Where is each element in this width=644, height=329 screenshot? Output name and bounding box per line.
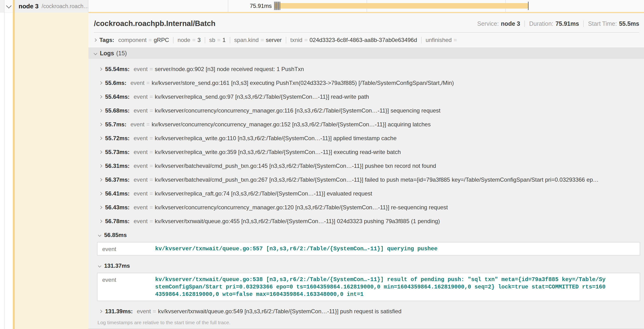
- chevron-right-icon: [99, 220, 102, 223]
- equals-sign: =: [150, 204, 153, 211]
- equals-sign: =: [148, 37, 152, 44]
- chevron-right-icon: [99, 178, 102, 182]
- tag-divider: [421, 37, 422, 44]
- log-row[interactable]: 56.41ms:event=kv/kvserver/replica_raft.g…: [97, 187, 640, 200]
- equals-sign: =: [150, 190, 153, 197]
- log-event-tick-end: [528, 2, 529, 10]
- equals-sign: =: [153, 308, 156, 315]
- chevron-down-icon: [98, 234, 101, 237]
- log-timestamp: 55.73ms:: [105, 149, 130, 156]
- log-row[interactable]: 56.31ms:event=kv/kvserver/batcheval/cmd_…: [97, 159, 640, 173]
- log-timestamp: 55.68ms:: [105, 107, 130, 114]
- equals-sign: =: [150, 149, 153, 156]
- log-key: event: [134, 149, 148, 156]
- equals-sign: =: [150, 94, 153, 100]
- log-row[interactable]: 55.7ms:event=kv/kvserver/concurrency/con…: [97, 118, 640, 131]
- log-row[interactable]: 55.6ms:event=kv/kvserver/store_send.go:1…: [97, 76, 640, 90]
- log-value-monospace: kv/kvserver/txnwait/queue.go:538 [n3,s3,…: [155, 276, 606, 298]
- log-value: kv/kvserver/replica_write.go:110 [n3,s3,…: [155, 135, 396, 142]
- chevron-down-icon: [98, 264, 101, 268]
- tags-accordion[interactable]: Tags: component=gRPCnode=3sb=1span.kind=…: [88, 33, 644, 48]
- log-row[interactable]: 55.64ms:event=kv/kvserver/replica_send.g…: [97, 90, 640, 104]
- logs-count: (15): [116, 50, 127, 57]
- log-value: kv/kvserver/concurrency/concurrency_mana…: [155, 204, 448, 211]
- selected-span-row-highlight: [15, 13, 88, 329]
- tag-divider: [286, 37, 286, 44]
- tag-item: sb=1: [209, 37, 226, 44]
- meta-divider: [583, 20, 584, 27]
- span-color-stripe: [13, 0, 15, 329]
- log-key: event: [134, 218, 148, 224]
- log-row[interactable]: 56.37ms:event=kv/kvserver/batcheval/cmd_…: [97, 173, 640, 187]
- tag-item: component=gRPC: [118, 37, 169, 44]
- chevron-right-icon: [94, 38, 97, 42]
- equals-sign: =: [260, 37, 264, 44]
- log-row[interactable]: 56.43ms:event=kv/kvserver/concurrency/co…: [97, 200, 640, 214]
- logs-accordion-header[interactable]: Logs (15): [88, 48, 644, 59]
- log-key: event: [130, 121, 144, 128]
- log-row[interactable]: 55.68ms:event=kv/kvserver/concurrency/co…: [97, 104, 640, 118]
- tag-key: node: [178, 37, 190, 44]
- chevron-down-icon: [6, 3, 12, 8]
- log-row[interactable]: 55.54ms:event=server/node.go:902 [n3] no…: [97, 62, 640, 76]
- log-timestamp: 56.37ms:: [105, 176, 130, 183]
- span-detail-header: /cockroach.roachpb.Internal/Batch Servic…: [88, 13, 644, 32]
- meta-label: Start Time:: [588, 20, 617, 27]
- collapse-all-button[interactable]: [4, 0, 13, 13]
- log-timestamp: 55.64ms:: [105, 94, 130, 100]
- tag-item: node=3: [178, 37, 201, 44]
- chevron-down-icon: [94, 51, 98, 55]
- equals-sign: =: [454, 37, 457, 44]
- meta-divider: [524, 20, 525, 27]
- log-entry-expanded-header[interactable]: 56.85ms: [97, 228, 640, 242]
- log-key: event: [137, 308, 151, 315]
- log-value-monospace: kv/kvserver/txnwait/queue.go:557 [n3,s3,…: [155, 245, 438, 252]
- log-value: kv/kvserver/store_send.go:161 [n3,s3] ex…: [152, 80, 454, 86]
- span-duration-bar[interactable]: [274, 3, 528, 8]
- log-timestamp: 56.85ms: [104, 232, 127, 238]
- log-key: event: [134, 176, 148, 183]
- equals-sign: =: [150, 135, 153, 142]
- chevron-right-icon: [99, 68, 102, 71]
- log-entry-expanded-header[interactable]: 131.37ms: [97, 259, 640, 273]
- tags-list: component=gRPCnode=3sb=1span.kind=server…: [114, 37, 459, 44]
- chevron-right-icon: [99, 123, 102, 126]
- chevron-right-icon: [99, 109, 102, 112]
- log-timestamp: 55.6ms:: [105, 80, 126, 86]
- tag-item: txnid=024d3323-6c8f-4863-aa8b-37ab0e6349…: [290, 37, 417, 44]
- equals-sign: =: [150, 162, 153, 169]
- tag-divider: [205, 37, 205, 44]
- log-value: kv/kvserver/concurrency/concurrency_mana…: [155, 107, 440, 114]
- chevron-right-icon: [99, 310, 102, 313]
- log-value: kv/kvserver/batcheval/cmd_push_txn.go:14…: [155, 162, 436, 169]
- log-row[interactable]: 55.72ms:event=kv/kvserver/replica_write.…: [97, 131, 640, 145]
- log-key: event: [102, 245, 155, 252]
- chevron-right-icon: [99, 95, 102, 98]
- tag-value: gRPC: [154, 37, 169, 44]
- tag-value: 3: [197, 37, 200, 44]
- meta-value: node 3: [501, 20, 520, 27]
- meta-label: Service:: [477, 20, 498, 27]
- span-name-cell[interactable]: node 3 /cockroach.roach…: [15, 0, 88, 13]
- tag-key: unfinished: [426, 37, 452, 44]
- tag-value: 024d3323-6c8f-4863-aa8b-37ab0e63496d: [310, 37, 417, 44]
- log-timestamp: 55.54ms:: [105, 66, 130, 72]
- log-row[interactable]: 56.78ms:event=kv/kvserver/txnwait/queue.…: [97, 214, 640, 228]
- tag-item: unfinished=: [426, 37, 459, 44]
- ruler-gridline: [228, 0, 228, 12]
- tag-key: span.kind: [234, 37, 259, 44]
- log-row[interactable]: 55.73ms:event=kv/kvserver/replica_write.…: [97, 145, 640, 159]
- log-value: server/node.go:902 [n3] node received re…: [155, 66, 304, 72]
- log-key: event: [134, 162, 148, 169]
- chevron-right-icon: [99, 150, 102, 154]
- chevron-right-icon: [99, 81, 102, 85]
- log-timestamp: 56.41ms:: [105, 190, 130, 197]
- tag-value: server: [266, 37, 282, 44]
- span-detail-panel: /cockroach.roachpb.Internal/Batch Servic…: [88, 13, 644, 329]
- meta-value: 75.91ms: [556, 20, 579, 27]
- equals-sign: =: [150, 218, 153, 224]
- log-event-tick: [276, 2, 277, 10]
- chevron-right-icon: [99, 206, 102, 209]
- logs-label: Logs: [100, 50, 114, 57]
- log-row[interactable]: 131.39ms:event=kv/kvserver/txnwait/queue…: [97, 304, 640, 318]
